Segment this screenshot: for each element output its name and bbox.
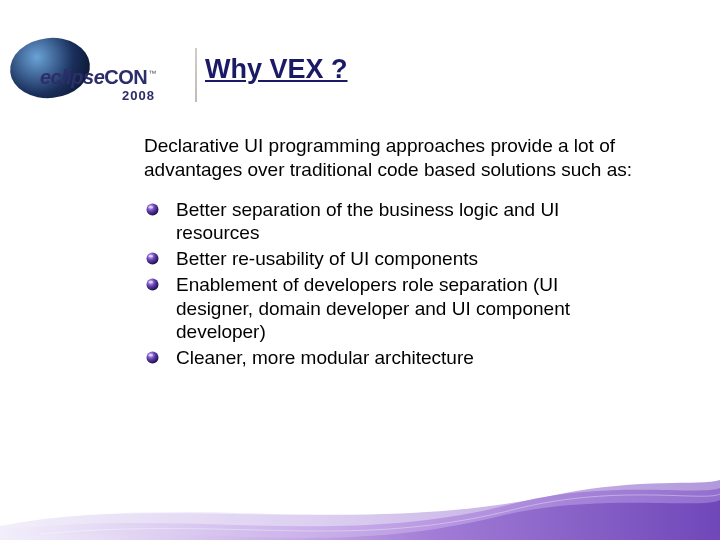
list-item: Cleaner, more modular architecture [144,346,639,370]
list-item: Better separation of the business logic … [144,198,639,246]
svg-point-5 [149,281,153,284]
footer-swoosh [0,430,720,540]
brand-tm: ™ [148,69,156,78]
svg-point-3 [149,255,153,258]
svg-point-1 [149,205,153,208]
list-item-text: Enablement of developers role separation… [176,274,570,343]
slide-body: Declarative UI programming approaches pr… [144,134,639,372]
list-item-text: Better re-usability of UI components [176,248,478,269]
bullet-icon [146,252,159,265]
svg-point-0 [147,203,159,215]
bullet-icon [146,351,159,364]
list-item-text: Cleaner, more modular architecture [176,347,474,368]
list-item: Enablement of developers role separation… [144,273,639,344]
brand-con: CON [104,66,147,88]
svg-point-6 [147,352,159,364]
bullet-list: Better separation of the business logic … [144,198,639,370]
list-item: Better re-usability of UI components [144,247,639,271]
svg-point-4 [147,278,159,290]
brand-eclipse: eclipse [40,66,104,88]
bullet-icon [146,203,159,216]
slide-title: Why VEX ? [205,54,348,85]
svg-point-7 [149,354,153,357]
intro-paragraph: Declarative UI programming approaches pr… [144,134,639,182]
brand-year: 2008 [122,88,155,103]
list-item-text: Better separation of the business logic … [176,199,559,244]
eclipsecon-logo: eclipseCON™ 2008 [10,48,185,108]
bullet-icon [146,278,159,291]
svg-point-2 [147,253,159,265]
logo-wordmark: eclipseCON™ [40,66,156,89]
logo-divider [195,48,197,102]
